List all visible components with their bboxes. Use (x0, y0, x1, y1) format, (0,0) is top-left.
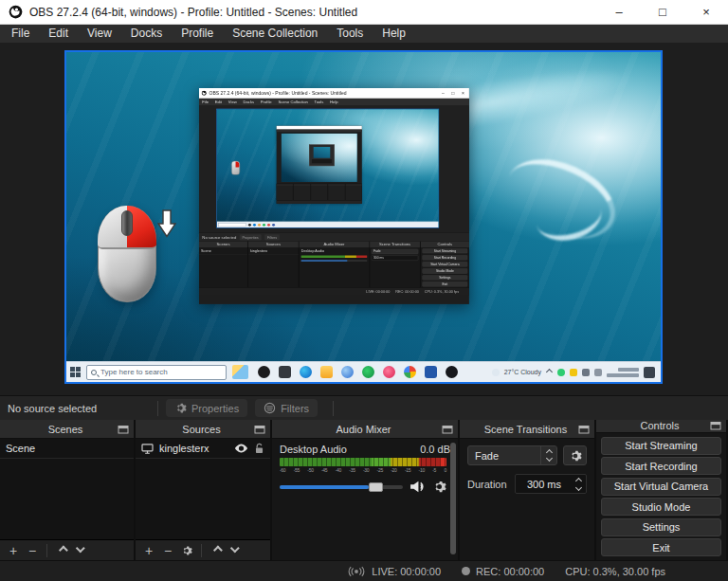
preview-region: OBS 27.2.4 (64-bit, windows) - Profile: … (0, 43, 728, 395)
mixer-scrollbar[interactable] (450, 443, 456, 554)
menu-docks[interactable]: Docks (121, 25, 172, 43)
gear-icon[interactable] (432, 480, 446, 494)
properties-label: Properties (191, 403, 239, 414)
cpu-status: CPU: 0.3%, 30.00 fps (565, 566, 665, 577)
app-icon (446, 366, 458, 378)
meter-tick: -30 (363, 467, 369, 473)
captured-menu-item: Profile (257, 100, 275, 104)
lock-open-icon[interactable] (254, 443, 264, 454)
captured-control-button: Settings (422, 275, 467, 280)
dock-popout-icon[interactable] (578, 425, 590, 434)
record-dot-icon (462, 567, 470, 575)
sources-panel: Sources kinglesterx (136, 420, 270, 560)
separator (201, 544, 202, 557)
spin-arrows[interactable] (573, 479, 586, 490)
captured-volume-meter (301, 255, 368, 258)
captured-title-bar: OBS 27.2.4 (64-bit, windows) - Profile: … (199, 88, 469, 99)
live-status: LIVE: 00:00:00 (347, 566, 441, 577)
meter-tick: -25 (377, 467, 383, 473)
start-virtual-camera-button[interactable]: Start Virtual Camera (601, 478, 721, 496)
captured-menu-item: File (199, 100, 211, 104)
add-source-button[interactable]: + (141, 543, 156, 558)
title-bar: OBS 27.2.4 (64-bit, windows) - Profile: … (0, 0, 728, 25)
captured-status-bar: LIVE: 00:00:00 REC: 00:00:00 CPU: 0.3%, … (199, 287, 469, 295)
cpu-fps-text: CPU: 0.3%, 30.00 fps (565, 566, 665, 577)
scene-transitions-panel: Scene Transitions Fade (460, 420, 594, 560)
move-source-up-button[interactable] (209, 543, 224, 558)
audio-level-db: 0.0 dB (420, 444, 450, 455)
captured-mixer-channel: Desktop Audio (300, 247, 370, 254)
start-recording-button[interactable]: Start Recording (601, 457, 721, 475)
transitions-header: Scene Transitions (460, 420, 594, 439)
menu-scene-collection[interactable]: Scene Collection (223, 25, 327, 43)
dock-popout-icon[interactable] (442, 425, 453, 434)
source-list-item[interactable]: kinglesterx (136, 439, 270, 459)
start-streaming-button[interactable]: Start Streaming (601, 437, 721, 455)
settings-button[interactable]: Settings (601, 518, 721, 536)
menu-file[interactable]: File (2, 25, 39, 43)
taskbar-app-icons (258, 366, 458, 378)
filters-icon (264, 402, 276, 414)
menu-tools[interactable]: Tools (327, 25, 373, 43)
scene-list-item[interactable]: Scene (0, 439, 134, 459)
preview-canvas-display-capture[interactable]: OBS 27.2.4 (64-bit, windows) - Profile: … (64, 50, 663, 384)
speaker-icon[interactable] (410, 481, 426, 493)
dock-popout-icon[interactable] (118, 425, 129, 434)
visibility-eye-icon[interactable] (234, 444, 248, 453)
tray-icon (570, 369, 577, 376)
weather-widget-icon (232, 365, 248, 379)
meter-tick: -15 (405, 467, 410, 473)
captured-sources-panel: Sources kinglesterx (248, 242, 299, 288)
maximize-button[interactable]: □ (641, 0, 684, 24)
minimize-button[interactable]: – (597, 0, 641, 24)
dock-popout-icon[interactable] (710, 421, 721, 430)
app-icon (320, 366, 333, 378)
level2-obs-window (277, 126, 362, 204)
meter-tick: -5 (432, 467, 436, 473)
volume-slider[interactable] (280, 485, 403, 489)
transition-settings-button[interactable] (563, 445, 587, 465)
meter-tick: -50 (307, 467, 313, 473)
audio-channel-name: Desktop Audio (280, 444, 347, 455)
menu-profile[interactable]: Profile (172, 25, 223, 43)
captured-close: × (462, 90, 464, 96)
remove-source-button[interactable]: − (160, 543, 175, 558)
controls-body: Start Streaming Start Recording Start Vi… (596, 433, 726, 561)
captured-scenes-title: Scenes (199, 242, 247, 248)
duration-spinbox[interactable]: 300 ms (515, 474, 587, 494)
captured-source-row: kinglesterx (248, 247, 299, 254)
source-properties-button[interactable] (179, 543, 194, 558)
app-icon (425, 366, 437, 378)
captured-maximize: □ (451, 90, 454, 96)
menu-bar: File Edit View Docks Profile Scene Colle… (0, 25, 728, 43)
captured-control-button: Exit (422, 281, 467, 286)
no-source-selected-text: No source selected (0, 403, 150, 414)
audio-mixer-panel: Audio Mixer Desktop Audio 0.0 dB -60 -55… (272, 420, 458, 560)
volume-slider-handle[interactable] (369, 482, 383, 492)
close-button[interactable]: × (684, 0, 728, 24)
move-scene-up-button[interactable] (54, 543, 69, 558)
exit-button[interactable]: Exit (601, 538, 721, 556)
gear-icon (174, 402, 187, 414)
properties-button[interactable]: Properties (166, 399, 247, 417)
captured-scenes-panel: Scenes Scene (199, 242, 247, 288)
move-scene-down-button[interactable] (73, 543, 88, 558)
dock-popout-icon[interactable] (254, 425, 265, 434)
remove-scene-button[interactable]: − (25, 543, 40, 558)
studio-mode-button[interactable]: Studio Mode (601, 498, 721, 516)
tray-icon (582, 369, 590, 376)
menu-help[interactable]: Help (373, 25, 415, 43)
sources-list: kinglesterx (136, 439, 270, 539)
menu-edit[interactable]: Edit (39, 25, 78, 43)
captured-cpu-status: CPU: 0.3%, 30.00 fps (425, 290, 459, 294)
add-scene-button[interactable]: + (6, 543, 21, 558)
captured-mixer-title: Audio Mixer (300, 242, 370, 248)
menu-view[interactable]: View (78, 25, 121, 43)
scenes-panel-title: Scenes (0, 424, 118, 435)
transition-select[interactable]: Fade (467, 445, 557, 465)
move-source-down-button[interactable] (228, 543, 243, 558)
captured-transition-select: Fade (372, 249, 418, 254)
filters-button[interactable]: Filters (255, 399, 318, 417)
dock-panels: Scenes Scene + − Sources (0, 420, 728, 560)
tray-icon (594, 369, 602, 376)
